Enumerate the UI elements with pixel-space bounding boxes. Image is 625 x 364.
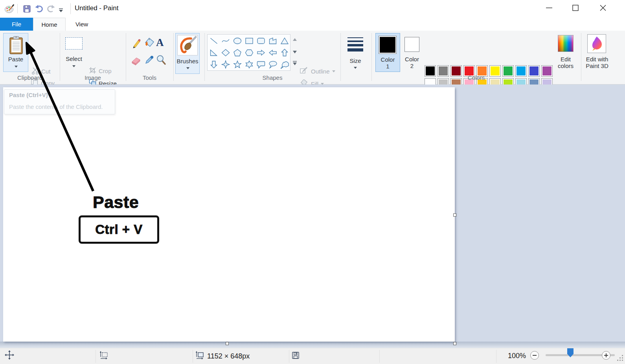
paint-window: Untitled - Paint File Home View ?: [0, 0, 625, 364]
group-divider: [340, 33, 341, 81]
outline-dropdown-icon[interactable]: [332, 70, 335, 72]
shape-rectangle-icon[interactable]: [243, 35, 255, 47]
tooltip-title: Paste (Ctrl+V): [9, 92, 110, 98]
shapes-scroll-down-icon[interactable]: [292, 50, 297, 54]
color1-button[interactable]: Color1: [375, 33, 400, 72]
tab-file[interactable]: File: [0, 18, 33, 31]
paste-tooltip: Paste (Ctrl+V) Paste the contents of the…: [4, 89, 115, 114]
shape-arrow-left-icon[interactable]: [267, 47, 279, 59]
canvas-resize-handle-right[interactable]: [453, 213, 456, 217]
shape-diamond-icon[interactable]: [220, 47, 232, 59]
titlebar-separator: [17, 4, 18, 13]
maximize-button[interactable]: [566, 1, 585, 15]
size-label: Size: [343, 57, 368, 64]
shape-arrow-down-icon[interactable]: [208, 59, 220, 70]
outline-label: Outline: [311, 68, 330, 75]
magnifier-tool-icon[interactable]: [156, 55, 166, 67]
annotation-shortcut-box: Ctrl + V: [79, 215, 159, 244]
annotation-shortcut: Ctrl + V: [95, 222, 142, 237]
zoom-in-button[interactable]: [602, 351, 610, 360]
text-tool-icon[interactable]: A: [156, 37, 164, 48]
brushes-label: Brushes: [176, 58, 199, 64]
edit-colors-icon[interactable]: [558, 35, 574, 52]
size-button[interactable]: Size: [343, 33, 368, 74]
eraser-tool-icon[interactable]: [131, 56, 141, 68]
tab-view[interactable]: View: [66, 18, 98, 31]
shape-star-5-icon[interactable]: [232, 59, 243, 70]
undo-icon[interactable]: [35, 5, 44, 15]
fill-tool-icon[interactable]: [143, 38, 154, 50]
window-title: Untitled - Paint: [75, 4, 119, 12]
shape-triangle-icon[interactable]: [279, 35, 290, 47]
group-divider: [173, 33, 174, 81]
cut-label: Cut: [41, 68, 50, 75]
tab-view-label: View: [75, 21, 88, 28]
group-label-tools: Tools: [126, 74, 173, 81]
shape-callout-cloud-icon[interactable]: [279, 59, 290, 70]
statusbar-divider: [96, 350, 96, 363]
edit-colors-button[interactable]: Editcolors: [552, 56, 579, 69]
color2-button[interactable]: Color2: [401, 33, 423, 72]
canvas-resize-handle-bottom[interactable]: [226, 342, 229, 345]
canvas-size-icon: [195, 351, 205, 362]
shape-callout-rounded-rectangle-icon[interactable]: [255, 59, 267, 70]
workspace: Paste Ctrl + V Paste (Ctrl+V) Paste the …: [0, 85, 625, 348]
group-divider: [126, 33, 126, 81]
zoom-out-button[interactable]: [530, 351, 539, 360]
crop-label: Crop: [99, 68, 112, 74]
group-divider: [60, 33, 60, 81]
clipboard-paste-icon: [9, 36, 24, 56]
shape-arrow-up-icon[interactable]: [279, 47, 290, 59]
shape-polygon-icon[interactable]: [267, 35, 279, 47]
shapes-scroll-up-icon[interactable]: [292, 37, 297, 41]
tooltip-description: Paste the contents of the Clipboard.: [9, 103, 110, 110]
redo-icon[interactable]: [46, 5, 55, 15]
shape-arrow-right-icon[interactable]: [255, 47, 267, 59]
group-label-clipboard: Clipboard: [0, 74, 60, 81]
shape-rounded-rectangle-icon[interactable]: [255, 35, 267, 47]
save-icon[interactable]: [23, 5, 31, 14]
size-dropdown-icon[interactable]: [354, 67, 357, 69]
shape-star-6-icon[interactable]: [243, 59, 255, 70]
shape-hexagon-icon[interactable]: [243, 47, 255, 59]
statusbar-divider: [379, 350, 380, 363]
eyedropper-tool-icon[interactable]: [144, 55, 154, 67]
group-divider: [204, 33, 205, 81]
drawing-canvas[interactable]: Paste Ctrl + V: [3, 87, 455, 342]
shape-pentagon-icon[interactable]: [232, 47, 243, 59]
paste-label: Paste: [4, 56, 28, 63]
ribbon: Paste Cut Copy Clipboa: [0, 31, 625, 85]
title-bar: Untitled - Paint: [0, 0, 625, 18]
cursor-position-icon: [5, 350, 14, 361]
brushes-button[interactable]: Brushes: [175, 33, 200, 74]
shape-callout-oval-icon[interactable]: [267, 59, 279, 70]
canvas-resize-handle-corner[interactable]: [453, 342, 456, 345]
minimize-button[interactable]: [540, 1, 558, 15]
shape-right-triangle-icon[interactable]: [208, 47, 220, 59]
workspace-bottom-band: [0, 342, 625, 348]
group-divider: [371, 33, 372, 81]
shapes-more-icon[interactable]: [292, 61, 297, 65]
group-label-image: Image: [60, 74, 126, 81]
quick-access-dropdown-icon[interactable]: [58, 7, 64, 14]
shape-curve-icon[interactable]: [220, 35, 232, 47]
select-dropdown-icon[interactable]: [72, 65, 75, 67]
tab-home[interactable]: Home: [33, 18, 66, 31]
brushes-dropdown-icon[interactable]: [186, 67, 189, 69]
paste-dropdown-icon[interactable]: [15, 66, 18, 68]
color1-label: Color1: [376, 56, 400, 70]
paste-button[interactable]: Paste: [3, 33, 28, 72]
crop-button[interactable]: Crop: [89, 67, 112, 75]
titlebar-separator-2: [70, 3, 71, 14]
close-button[interactable]: [594, 1, 612, 15]
color2-swatch: [404, 37, 419, 52]
color2-label: Color2: [401, 56, 423, 69]
edit-with-paint3d-button[interactable]: Edit withPaint 3D: [583, 56, 611, 69]
color1-swatch: [379, 36, 397, 54]
pencil-tool-icon[interactable]: [132, 38, 142, 50]
shape-oval-icon[interactable]: [232, 35, 243, 47]
statusbar-divider: [496, 350, 496, 363]
select-button[interactable]: Select: [63, 33, 85, 72]
shape-star-4-icon[interactable]: [220, 59, 232, 70]
shape-line-icon[interactable]: [208, 35, 220, 47]
